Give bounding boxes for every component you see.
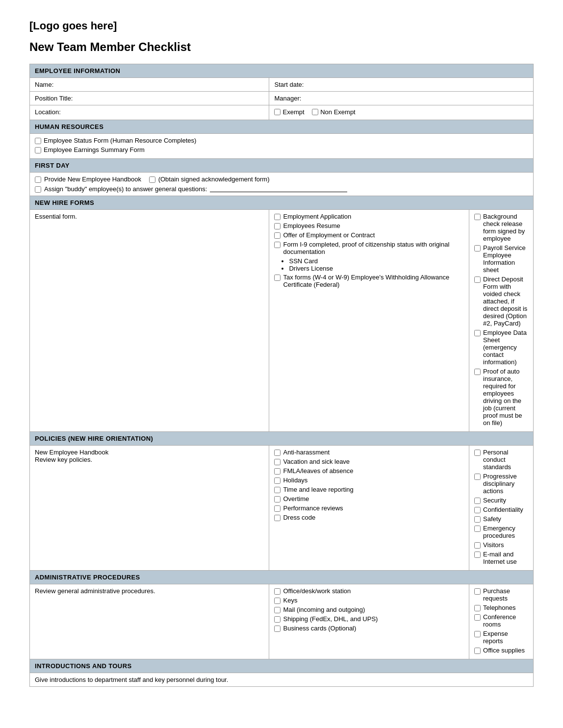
pol-c3-item-3: Security xyxy=(474,497,528,504)
nhf-item-5: Tax forms (W-4 or W-9) Employee's Withho… xyxy=(274,274,464,288)
nhf-c3-checkbox-4[interactable] xyxy=(474,330,481,336)
nhf-c3-item-1: Background check release form signed by … xyxy=(474,213,528,242)
adm-c3-item-3-label: Conference rooms xyxy=(483,613,528,628)
pol-item-7: Performance reviews xyxy=(274,504,464,512)
policies-items-row: New Employee Handbook Review key policie… xyxy=(30,446,534,571)
pol-checkbox-5[interactable] xyxy=(274,487,281,493)
nhf-checkbox-1[interactable] xyxy=(274,214,281,220)
pol-checkbox-8[interactable] xyxy=(274,515,281,521)
policies-left-cell: New Employee Handbook Review key policie… xyxy=(30,446,269,571)
adm-c3-checkbox-4[interactable] xyxy=(474,631,481,637)
pol-item-5: Time and leave reporting xyxy=(274,486,464,493)
pol-c3-item-6: Emergency procedures xyxy=(474,525,528,539)
adm-checkbox-2[interactable] xyxy=(274,598,281,604)
nhf-item-2: Employees Resume xyxy=(274,222,464,229)
nhf-checkbox-3[interactable] xyxy=(274,232,281,239)
nhf-c3-checkbox-3[interactable] xyxy=(474,276,481,283)
adm-checkbox-5[interactable] xyxy=(274,626,281,632)
adm-item-2: Keys xyxy=(274,597,464,604)
pol-c3-checkbox-5[interactable] xyxy=(474,516,481,523)
adm-c3-checkbox-3[interactable] xyxy=(474,614,481,621)
adm-item-5: Business cards (Optional) xyxy=(274,625,464,632)
name-label: Name: xyxy=(35,81,53,88)
non-exempt-checkbox[interactable] xyxy=(312,109,318,115)
pol-c3-checkbox-8[interactable] xyxy=(474,552,481,558)
first-day-header-row: FIRST DAY xyxy=(30,159,534,173)
pol-checkbox-3[interactable] xyxy=(274,468,281,475)
hr-item-1-label: Employee Status Form (Human Resource Com… xyxy=(44,137,196,144)
pol-c3-checkbox-3[interactable] xyxy=(474,498,481,504)
adm-checkbox-3[interactable] xyxy=(274,607,281,613)
pol-checkbox-2[interactable] xyxy=(274,459,281,465)
policies-col3-cell: Personal conduct standards Progressive d… xyxy=(469,446,534,571)
pol-c3-item-5-label: Safety xyxy=(483,515,501,523)
location-field: Location: xyxy=(30,105,269,120)
adm-c3-item-4: Expense reports xyxy=(474,630,528,645)
new-hire-header-row: NEW HIRE FORMS xyxy=(30,196,534,210)
pol-c3-item-8: E-mail and Internet use xyxy=(474,551,528,565)
nhf-item-4: Form I-9 completed, proof of citizenship… xyxy=(274,241,464,255)
hr-item-2: Employee Earnings Summary Form xyxy=(35,146,528,153)
pol-c3-checkbox-2[interactable] xyxy=(474,474,481,480)
non-exempt-checkbox-group: Non Exempt xyxy=(312,108,356,116)
admin-left-label: Review general administrative procedures… xyxy=(35,587,155,595)
adm-checkbox-4[interactable] xyxy=(274,616,281,623)
exempt-checkbox[interactable] xyxy=(274,109,281,115)
adm-c3-checkbox-5[interactable] xyxy=(474,648,481,654)
nhf-c3-item-1-label: Background check release form signed by … xyxy=(483,213,528,242)
pol-checkbox-4[interactable] xyxy=(274,477,281,484)
pol-checkbox-6[interactable] xyxy=(274,496,281,502)
logo: [Logo goes here] xyxy=(29,20,534,32)
hr-header: HUMAN RESOURCES xyxy=(30,120,534,134)
pol-c3-checkbox-6[interactable] xyxy=(474,526,481,532)
admin-col3-cell: Purchase requests Telephones Conference … xyxy=(469,584,534,659)
first-day-checkbox-1[interactable] xyxy=(35,176,41,183)
pol-c3-item-6-label: Emergency procedures xyxy=(483,525,528,539)
first-day-checkbox-3[interactable] xyxy=(35,186,41,193)
hr-checkbox-1[interactable] xyxy=(35,138,41,144)
nhf-item-1: Employment Application xyxy=(274,213,464,220)
nhf-c3-checkbox-5[interactable] xyxy=(474,369,481,375)
nhf-item-1-label: Employment Application xyxy=(283,213,351,220)
adm-c3-checkbox-1[interactable] xyxy=(474,588,481,595)
adm-checkbox-1[interactable] xyxy=(274,588,281,595)
hr-items-row: Employee Status Form (Human Resource Com… xyxy=(30,134,534,159)
adm-c3-item-5-label: Office supplies xyxy=(483,647,525,654)
pol-c3-checkbox-7[interactable] xyxy=(474,542,481,549)
admin-header-row: ADMINISTRATIVE PROCEDURES xyxy=(30,571,534,584)
adm-c3-checkbox-2[interactable] xyxy=(474,605,481,611)
pol-c3-checkbox-4[interactable] xyxy=(474,507,481,513)
pol-checkbox-7[interactable] xyxy=(274,505,281,512)
pol-item-3-label: FMLA/leaves of absence xyxy=(283,467,353,475)
pol-checkbox-1[interactable] xyxy=(274,450,281,456)
nhf-checkbox-4[interactable] xyxy=(274,242,281,248)
nhf-c3-item-4-label: Employee Data Sheet (emergency contact i… xyxy=(483,329,528,366)
position-label: Position Title: xyxy=(35,95,73,102)
startdate-field: Start date: xyxy=(269,78,534,92)
new-hire-col3-cell: Background check release form signed by … xyxy=(469,210,534,432)
hr-item-2-label: Employee Earnings Summary Form xyxy=(44,146,145,153)
nhf-c3-checkbox-2[interactable] xyxy=(474,245,481,251)
first-day-checkbox-2[interactable] xyxy=(149,176,155,183)
nhf-item-4-label: Form I-9 completed, proof of citizenship… xyxy=(283,241,464,255)
adm-item-5-label: Business cards (Optional) xyxy=(283,625,356,632)
pol-item-2: Vacation and sick leave xyxy=(274,458,464,465)
nhf-item-3: Offer of Employment or Contract xyxy=(274,231,464,239)
nhf-c3-checkbox-1[interactable] xyxy=(474,214,481,220)
hr-checkbox-2[interactable] xyxy=(35,147,41,153)
pol-item-7-label: Performance reviews xyxy=(283,504,343,512)
pol-item-6-label: Overtime xyxy=(283,495,309,502)
nhf-checkbox-5[interactable] xyxy=(274,275,281,281)
nhf-c3-item-2-label: Payroll Service Employee Information she… xyxy=(483,244,528,274)
manager-label: Manager: xyxy=(274,95,301,102)
new-hire-header: NEW HIRE FORMS xyxy=(30,196,534,210)
manager-field: Manager: xyxy=(269,92,534,105)
adm-item-2-label: Keys xyxy=(283,597,297,604)
position-field: Position Title: xyxy=(30,92,269,105)
hr-item-1: Employee Status Form (Human Resource Com… xyxy=(35,137,528,144)
nhf-checkbox-2[interactable] xyxy=(274,223,281,229)
adm-c3-item-4-label: Expense reports xyxy=(483,630,528,645)
employee-info-header-row: EMPLOYEE INFORMATION xyxy=(30,64,534,78)
essential-label: Essential form. xyxy=(35,213,77,220)
pol-c3-checkbox-1[interactable] xyxy=(474,450,481,456)
